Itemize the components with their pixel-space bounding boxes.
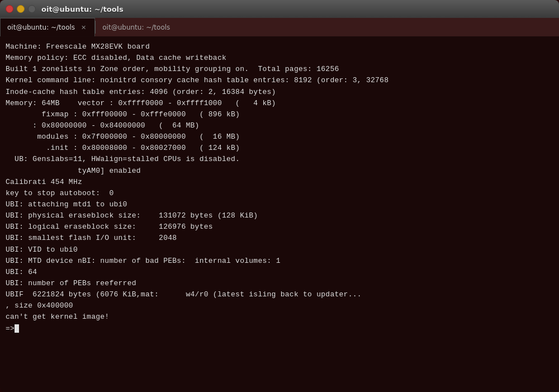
terminal-line: Kernel command line: noinitrd consory ca… xyxy=(6,75,553,86)
tab-close-button[interactable]: ✕ xyxy=(79,23,88,32)
minimize-button[interactable] xyxy=(17,5,25,13)
window-title: oit@ubuntu: ~/tools xyxy=(41,5,124,13)
maximize-button[interactable] xyxy=(28,5,36,13)
terminal-line: UBI: MTD device nBI: number of bad PEBs:… xyxy=(6,256,553,267)
terminal-line: UBI: physical eraseblock size: 131072 by… xyxy=(6,210,553,221)
tab-inactive[interactable]: oit@ubuntu: ~/tools xyxy=(96,18,177,36)
terminal-window: oit@ubuntu: ~/tools oit@ubuntu: ~/tools … xyxy=(0,0,559,392)
terminal-line: key to stop autoboot: 0 xyxy=(6,188,553,199)
terminal-line: UBIF 6221824 bytes (6076 KiB,mat: w4/r0 … xyxy=(6,289,553,300)
title-bar: oit@ubuntu: ~/tools xyxy=(0,0,559,18)
tab-bar: oit@ubuntu: ~/tools ✕ oit@ubuntu: ~/tool… xyxy=(0,18,559,37)
terminal-cursor xyxy=(15,324,19,333)
terminal-line: UBI: logical eraseblock size: 126976 byt… xyxy=(6,221,553,233)
terminal-line: UBI: VID to ubi0 xyxy=(6,244,553,256)
close-button[interactable] xyxy=(6,5,13,13)
terminal-line: .init : 0x80008000 - 0x80027000 ( 124 kB… xyxy=(6,143,553,154)
terminal-line: UBI: smallest flash I/O unit: 2048 xyxy=(6,233,553,244)
terminal-line: Memory policy: ECC disabled, Data cache … xyxy=(6,53,553,64)
terminal-line: => xyxy=(6,323,553,334)
terminal-line: : 0x80000000 - 0x84000000 ( 64 MB) xyxy=(6,120,553,131)
terminal-line: can't get kernel image! xyxy=(6,311,553,323)
terminal-output[interactable]: Machine: Freescale MX28EVK boardMemory p… xyxy=(0,37,559,392)
terminal-line: Memory: 64MB vector : 0xffff0000 - 0xfff… xyxy=(6,98,553,109)
terminal-line: UBI: 64 xyxy=(6,267,553,278)
terminal-line: Inode-cache hash table entries: 4096 (or… xyxy=(6,87,553,98)
tab-active-label: oit@ubuntu: ~/tools xyxy=(7,23,75,31)
terminal-line: Calibrati 454 MHz xyxy=(6,177,553,188)
terminal-line: UBI: attaching mtd1 to ubi0 xyxy=(6,199,553,210)
terminal-line: fixmap : 0xfff00000 - 0xfffe0000 ( 896 k… xyxy=(6,109,553,120)
tab-active[interactable]: oit@ubuntu: ~/tools ✕ xyxy=(0,18,95,36)
terminal-line: , size 0x400000 xyxy=(6,300,553,311)
window-controls xyxy=(6,5,36,13)
terminal-line: tyAM0] enabled xyxy=(6,166,553,177)
terminal-line: UBI: number of PEBs reeferred xyxy=(6,278,553,289)
terminal-line: modules : 0x7f000000 - 0x80000000 ( 16 M… xyxy=(6,131,553,143)
terminal-line: UB: Genslabs=11, HWalign=stalled CPUs is… xyxy=(6,154,553,165)
terminal-line: Built 1 zonelists in Zone order, mobilit… xyxy=(6,64,553,75)
tab-inactive-label: oit@ubuntu: ~/tools xyxy=(102,23,170,31)
terminal-line: Machine: Freescale MX28EVK board xyxy=(6,41,553,53)
